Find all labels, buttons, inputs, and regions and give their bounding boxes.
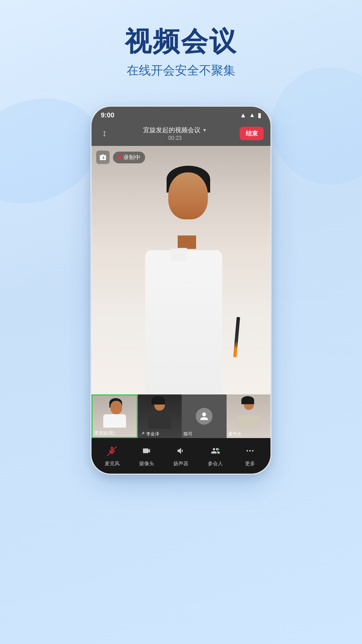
svg-point-4 <box>252 450 253 452</box>
speaker-button[interactable]: 扬声器 <box>168 443 194 467</box>
signal-icon: ▲ <box>249 112 255 119</box>
minimize-icon: ⤡ <box>99 128 109 139</box>
call-title-area: 宜旋发起的视频会议 ▼ 00:23 <box>110 126 240 141</box>
recording-badge: 录制中 <box>113 152 145 163</box>
camera-label: 摄像头 <box>139 461 154 467</box>
end-call-button[interactable]: 结束 <box>240 127 264 140</box>
call-timer: 00:23 <box>110 135 240 141</box>
recording-dot <box>118 156 121 159</box>
participant-thumb-3[interactable]: 陈可 <box>182 394 227 438</box>
minimize-button[interactable]: ⤡ <box>98 127 110 140</box>
phone-mockup: 9:00 ▲ ▲ ▮ ⤡ 宜旋发起的视频会议 ▼ 00:23 结束 <box>90 106 272 475</box>
body-shirt <box>145 250 222 394</box>
dropdown-arrow-icon[interactable]: ▼ <box>202 127 207 133</box>
main-title: 视频会议 <box>125 27 237 56</box>
svg-point-3 <box>249 450 251 452</box>
page-header: 视频会议 在线开会安全不聚集 <box>125 0 237 79</box>
participant-label-2: 🎤 李金泽 <box>138 430 182 438</box>
participant-label-3: 陈可 <box>182 430 226 438</box>
participant-label-1: 李宜旋(我) <box>93 429 137 437</box>
participant-name-3: 陈可 <box>184 431 192 437</box>
participant-name-2: 李金泽 <box>146 431 159 437</box>
bottom-toolbar: 麦克风 摄像头 扬声器 <box>92 438 270 474</box>
participant-thumb-4[interactable]: 夏竹光 <box>227 394 271 438</box>
phone-shell: 9:00 ▲ ▲ ▮ ⤡ 宜旋发起的视频会议 ▼ 00:23 结束 <box>90 106 272 475</box>
participant-thumb-2[interactable]: 🎤 李金泽 <box>138 394 182 438</box>
neck-shape <box>178 235 196 249</box>
wifi-icon: ▲ <box>240 111 246 119</box>
camera-icon <box>139 443 154 458</box>
speaker-label: 扬声器 <box>173 461 188 467</box>
status-time: 9:00 <box>101 111 114 119</box>
speaker-svg <box>176 446 186 455</box>
mini-body-4 <box>237 415 260 429</box>
more-button[interactable]: 更多 <box>237 443 263 467</box>
participants-svg: + <box>211 446 220 455</box>
person-hair <box>167 166 207 216</box>
collar <box>170 248 187 261</box>
mini-hair-4 <box>241 396 254 404</box>
battery-icon: ▮ <box>258 112 261 119</box>
muted-icon-2: 🎤 <box>139 432 145 437</box>
participants-label: 参会人 <box>208 461 223 467</box>
participant-name-1: 李宜旋(我) <box>94 430 115 436</box>
sub-title: 在线开会安全不聚集 <box>125 62 237 79</box>
call-title-text: 宜旋发起的视频会议 <box>143 126 200 135</box>
camera-svg <box>142 446 151 455</box>
camera-flip-icon <box>99 154 107 161</box>
microphone-icon <box>105 443 119 458</box>
face-shape <box>168 172 208 219</box>
speaker-icon <box>174 443 188 458</box>
mini-body-2 <box>148 415 171 429</box>
status-bar: 9:00 ▲ ▲ ▮ <box>92 107 270 122</box>
camera-button[interactable]: 摄像头 <box>133 443 160 467</box>
call-header: ⤡ 宜旋发起的视频会议 ▼ 00:23 结束 <box>92 122 270 146</box>
more-icon <box>243 443 257 458</box>
participants-icon: + <box>208 443 223 458</box>
participant-avatar-3 <box>196 408 213 425</box>
svg-text:+: + <box>218 448 219 450</box>
mini-face-1 <box>110 401 122 414</box>
main-video-area: 录制中 <box>92 146 270 394</box>
status-icons: ▲ ▲ ▮ <box>240 111 261 119</box>
participants-row: 李宜旋(我) 🎤 李金泽 <box>92 394 270 438</box>
mini-hair-1 <box>110 398 121 412</box>
microphone-button[interactable]: 麦克风 <box>99 443 125 467</box>
participant-name-4: 夏竹光 <box>228 431 241 437</box>
svg-point-2 <box>246 450 248 452</box>
mic-label: 麦克风 <box>105 461 120 467</box>
more-label: 更多 <box>245 461 255 467</box>
participants-button[interactable]: + 参会人 <box>202 443 229 467</box>
participant-thumb-1[interactable]: 李宜旋(我) <box>92 394 138 438</box>
mini-hair-2 <box>152 396 165 405</box>
avatar-icon-3 <box>199 412 209 421</box>
bg-decoration-2 <box>272 67 362 184</box>
mini-body-1 <box>103 414 126 428</box>
more-svg <box>245 446 255 455</box>
recording-bar: 录制中 <box>96 151 145 164</box>
call-title: 宜旋发起的视频会议 ▼ <box>110 126 240 135</box>
camera-flip-button[interactable] <box>96 151 110 164</box>
participant-label-4: 夏竹光 <box>227 430 271 438</box>
recording-label: 录制中 <box>123 154 140 161</box>
